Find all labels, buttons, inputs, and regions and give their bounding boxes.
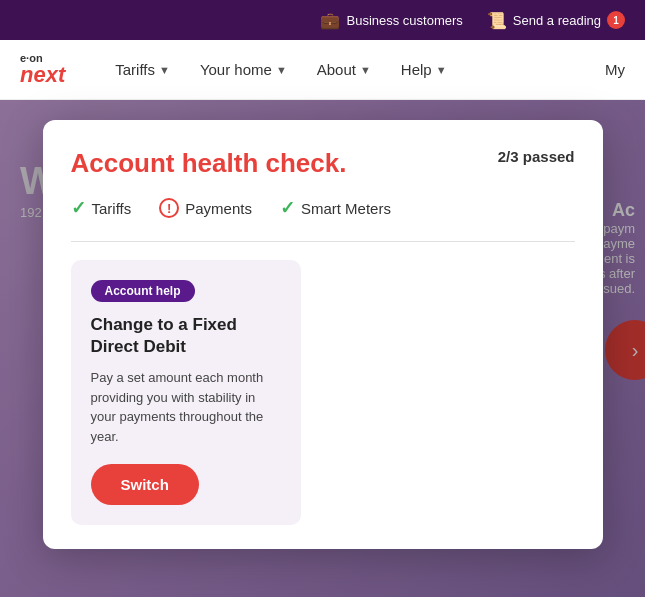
check-smart-meters: ✓ Smart Meters — [280, 197, 391, 219]
health-check-modal: Account health check. 2/3 passed ✓ Tarif… — [43, 120, 603, 549]
eon-next-logo[interactable]: e·on next — [20, 53, 65, 86]
nav-about[interactable]: About ▼ — [317, 61, 371, 78]
tariffs-label: Tariffs — [115, 61, 155, 78]
check-tariffs: ✓ Tariffs — [71, 197, 132, 219]
about-chevron-icon: ▼ — [360, 64, 371, 76]
smart-meters-pass-icon: ✓ — [280, 197, 295, 219]
card-title: Change to a Fixed Direct Debit — [91, 314, 281, 358]
modal-overlay: Account health check. 2/3 passed ✓ Tarif… — [0, 100, 645, 597]
business-customers-label: Business customers — [346, 13, 462, 28]
payments-check-label: Payments — [185, 200, 252, 217]
send-reading-label: Send a reading — [513, 13, 601, 28]
check-payments: ! Payments — [159, 198, 252, 218]
nav-your-home[interactable]: Your home ▼ — [200, 61, 287, 78]
your-home-chevron-icon: ▼ — [276, 64, 287, 76]
modal-title: Account health check. — [71, 148, 347, 179]
help-label: Help — [401, 61, 432, 78]
your-home-label: Your home — [200, 61, 272, 78]
check-items-row: ✓ Tariffs ! Payments ✓ Smart Meters — [71, 197, 575, 219]
my-label: My — [605, 61, 625, 78]
main-background: We 192 G Ac t paym payme ment is s after… — [0, 100, 645, 597]
business-customers-link[interactable]: 💼 Business customers — [320, 11, 462, 30]
nav-my[interactable]: My — [605, 61, 625, 78]
tariffs-check-label: Tariffs — [92, 200, 132, 217]
switch-button[interactable]: Switch — [91, 464, 199, 505]
notification-badge: 1 — [607, 11, 625, 29]
account-help-card: Account help Change to a Fixed Direct De… — [71, 260, 301, 525]
about-label: About — [317, 61, 356, 78]
top-bar: 💼 Business customers 📜 Send a reading 1 — [0, 0, 645, 40]
briefcase-icon: 💼 — [320, 11, 340, 30]
send-reading-link[interactable]: 📜 Send a reading 1 — [487, 11, 625, 30]
modal-passed-count: 2/3 passed — [498, 148, 575, 165]
card-badge: Account help — [91, 280, 195, 302]
nav-help[interactable]: Help ▼ — [401, 61, 447, 78]
logo-next-text: next — [20, 64, 65, 86]
modal-header: Account health check. 2/3 passed — [71, 148, 575, 179]
modal-divider — [71, 241, 575, 242]
nav-tariffs[interactable]: Tariffs ▼ — [115, 61, 170, 78]
smart-meters-check-label: Smart Meters — [301, 200, 391, 217]
tariffs-chevron-icon: ▼ — [159, 64, 170, 76]
tariffs-pass-icon: ✓ — [71, 197, 86, 219]
payments-warn-icon: ! — [159, 198, 179, 218]
card-description: Pay a set amount each month providing yo… — [91, 368, 281, 446]
help-chevron-icon: ▼ — [436, 64, 447, 76]
nav-bar: e·on next Tariffs ▼ Your home ▼ About ▼ … — [0, 40, 645, 100]
meter-icon: 📜 — [487, 11, 507, 30]
